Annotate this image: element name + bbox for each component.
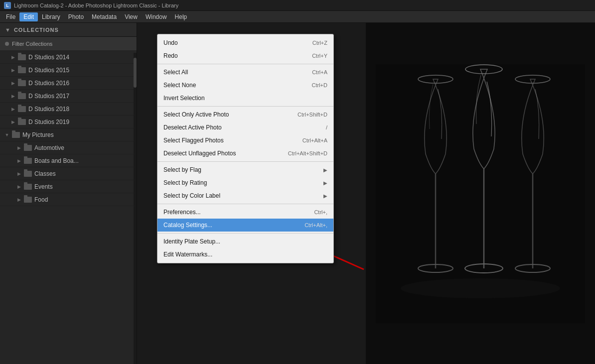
filter-collections-bar[interactable]: Filter Collections: [0, 37, 137, 51]
separator-3: [157, 161, 333, 162]
photo-display: [366, 23, 595, 364]
menu-file[interactable]: File: [2, 12, 19, 21]
menu-redo[interactable]: Redo Ctrl+Y: [157, 49, 333, 62]
menu-catalog-settings-label: Catalog Settings...: [163, 222, 212, 229]
menu-select-all-shortcut: Ctrl+A: [312, 69, 327, 75]
collection-item-food[interactable]: ▶ Food: [0, 193, 137, 206]
menu-select-all-label: Select All: [163, 69, 188, 76]
collection-item-d-studios-2016[interactable]: ▶ D Studios 2016: [0, 77, 137, 90]
collection-label: My Pictures: [22, 131, 54, 138]
menu-select-active[interactable]: Select Only Active Photo Ctrl+Shift+D: [157, 108, 333, 121]
title-bar: L Lightroom Catalog-2 - Adobe Photoshop …: [0, 0, 595, 11]
menu-view[interactable]: View: [121, 12, 142, 21]
collections-panel: ▼ Collections Filter Collections ▶ D Stu…: [0, 23, 137, 206]
folder-icon: [18, 54, 26, 60]
panel-collapse-icon: ▼: [5, 27, 11, 33]
menu-select-by-flag[interactable]: Select by Flag ▶: [157, 163, 333, 176]
menu-library[interactable]: Library: [38, 12, 64, 21]
scroll-bar[interactable]: [134, 53, 137, 364]
separator-2: [157, 106, 333, 107]
menu-deselect-unflagged-shortcut: Ctrl+Alt+Shift+D: [288, 150, 327, 156]
menu-select-flagged-shortcut: Ctrl+Alt+A: [302, 137, 327, 143]
folder-icon: [18, 67, 26, 73]
menu-metadata[interactable]: Metadata: [88, 12, 121, 21]
menu-undo[interactable]: Undo Ctrl+Z: [157, 36, 333, 49]
menu-edit[interactable]: Edit: [19, 12, 38, 21]
collection-label: D Studios 2015: [28, 67, 69, 74]
collection-item-d-studios-2014[interactable]: ▶ D Studios 2014: [0, 51, 137, 64]
menu-catalog-settings-shortcut: Ctrl+Alt+,: [304, 222, 327, 228]
collection-label: Classes: [34, 170, 56, 177]
collection-item-boats[interactable]: ▶ Boats and Boa...: [0, 154, 137, 167]
menu-deselect-active-shortcut: /: [326, 124, 327, 130]
collection-label: Food: [34, 196, 48, 203]
scroll-thumb[interactable]: [134, 58, 137, 88]
dropdown-menu: Undo Ctrl+Z Redo Ctrl+Y Select All Ctrl+…: [157, 34, 334, 263]
menu-identity-plate[interactable]: Identity Plate Setup...: [157, 235, 333, 248]
tree-expand-icon: ▶: [10, 54, 16, 60]
menu-deselect-active[interactable]: Deselect Active Photo /: [157, 121, 333, 134]
menu-photo[interactable]: Photo: [64, 12, 88, 21]
collection-item-d-studios-2019[interactable]: ▶ D Studios 2019: [0, 116, 137, 128]
menu-catalog-settings[interactable]: Catalog Settings... Ctrl+Alt+,: [157, 219, 333, 232]
collection-item-automotive[interactable]: ▶ Automotive: [0, 141, 137, 154]
menu-select-none[interactable]: Select None Ctrl+D: [157, 79, 333, 92]
collection-label: Automotive: [34, 144, 64, 151]
menu-bar: File Edit Library Photo Metadata View Wi…: [0, 11, 595, 23]
menu-deselect-active-label: Deselect Active Photo: [163, 124, 222, 131]
collections-title: Collections: [14, 27, 59, 33]
menu-edit-watermarks[interactable]: Edit Watermarks...: [157, 248, 333, 261]
folder-icon: [18, 106, 26, 112]
filter-dot-icon: [5, 42, 9, 46]
collection-label: D Studios 2019: [28, 119, 69, 125]
menu-select-by-rating[interactable]: Select by Rating ▶: [157, 176, 333, 189]
filter-collections-label: Filter Collections: [12, 41, 52, 47]
menu-select-none-label: Select None: [163, 82, 196, 89]
window-title: Lightroom Catalog-2 - Adobe Photoshop Li…: [14, 2, 178, 8]
menu-window[interactable]: Window: [142, 12, 171, 21]
separator-5: [157, 233, 333, 234]
collection-label: Boats and Boa...: [34, 157, 79, 164]
edit-dropdown: Undo Ctrl+Z Redo Ctrl+Y Select All Ctrl+…: [157, 34, 334, 263]
folder-icon: [24, 145, 32, 151]
menu-select-flagged-label: Select Flagged Photos: [163, 137, 224, 144]
tree-expand-icon: ▶: [10, 80, 16, 86]
menu-select-by-color[interactable]: Select by Color Label ▶: [157, 189, 333, 202]
collection-label: D Studios 2017: [28, 93, 69, 100]
submenu-arrow-icon: ▶: [323, 180, 327, 186]
collection-label: D Studios 2018: [28, 106, 69, 113]
menu-select-flagged[interactable]: Select Flagged Photos Ctrl+Alt+A: [157, 134, 333, 147]
collection-item-d-studios-2017[interactable]: ▶ D Studios 2017: [0, 90, 137, 103]
collections-panel-header[interactable]: ▼ Collections: [0, 23, 137, 37]
menu-help[interactable]: Help: [171, 12, 191, 21]
collection-item-my-pictures[interactable]: ▼ My Pictures: [0, 128, 137, 141]
folder-icon: [24, 171, 32, 177]
folder-icon: [18, 119, 26, 125]
menu-preferences[interactable]: Preferences... Ctrl+,: [157, 206, 333, 219]
content-area: G_7326.psd x 5206: [137, 23, 595, 364]
wine-glasses-image: [376, 64, 585, 323]
menu-edit-watermarks-label: Edit Watermarks...: [163, 251, 212, 258]
left-sidebar: ▼ Collections Filter Collections ▶ D Stu…: [0, 23, 137, 364]
menu-select-none-shortcut: Ctrl+D: [312, 82, 327, 88]
menu-select-all[interactable]: Select All Ctrl+A: [157, 66, 333, 79]
main-layout: ▼ Collections Filter Collections ▶ D Stu…: [0, 23, 595, 364]
menu-deselect-unflagged[interactable]: Deselect Unflagged Photos Ctrl+Alt+Shift…: [157, 147, 333, 160]
collection-label: Events: [34, 183, 53, 190]
menu-select-by-color-label: Select by Color Label: [163, 192, 220, 199]
menu-redo-label: Redo: [163, 52, 178, 59]
folder-icon: [18, 80, 26, 86]
folder-icon: [24, 158, 32, 164]
menu-invert-selection[interactable]: Invert Selection: [157, 92, 333, 105]
menu-identity-plate-label: Identity Plate Setup...: [163, 238, 220, 245]
tree-expand-icon: ▶: [16, 171, 22, 177]
collection-item-d-studios-2018[interactable]: ▶ D Studios 2018: [0, 103, 137, 116]
menu-preferences-label: Preferences...: [163, 209, 201, 216]
collection-item-classes[interactable]: ▶ Classes: [0, 167, 137, 180]
tree-expand-icon: ▶: [16, 145, 22, 151]
collection-item-events[interactable]: ▶ Events: [0, 180, 137, 193]
tree-expand-icon: ▶: [16, 158, 22, 164]
collection-item-d-studios-2015[interactable]: ▶ D Studios 2015: [0, 64, 137, 77]
menu-undo-shortcut: Ctrl+Z: [312, 40, 327, 46]
tree-expand-icon: ▶: [10, 119, 16, 125]
